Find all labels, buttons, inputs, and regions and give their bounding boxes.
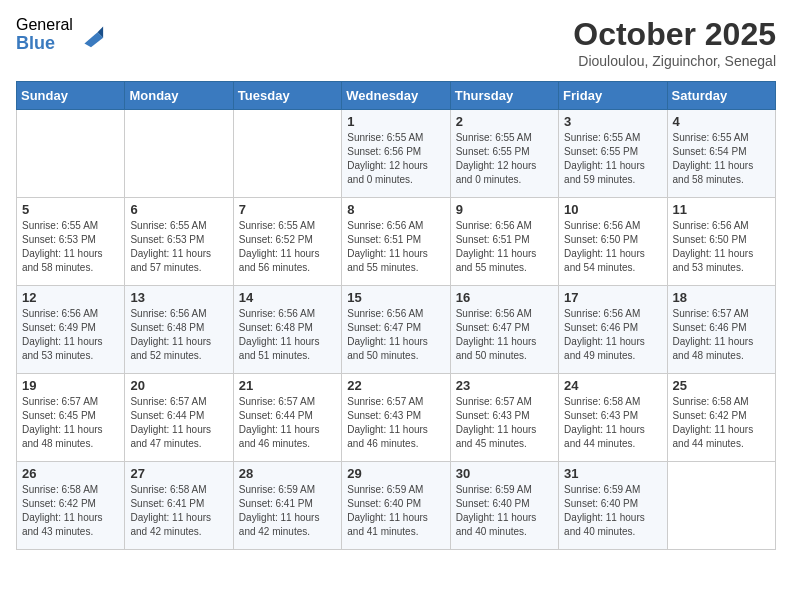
calendar-cell: 14Sunrise: 6:56 AM Sunset: 6:48 PM Dayli… [233,286,341,374]
day-number: 5 [22,202,119,217]
day-number: 10 [564,202,661,217]
day-info: Sunrise: 6:58 AM Sunset: 6:42 PM Dayligh… [22,483,119,539]
calendar-cell: 17Sunrise: 6:56 AM Sunset: 6:46 PM Dayli… [559,286,667,374]
calendar-cell: 27Sunrise: 6:58 AM Sunset: 6:41 PM Dayli… [125,462,233,550]
calendar-cell: 3Sunrise: 6:55 AM Sunset: 6:55 PM Daylig… [559,110,667,198]
logo-general: General [16,16,73,34]
day-number: 11 [673,202,770,217]
calendar-cell [125,110,233,198]
logo-blue: Blue [16,34,73,54]
day-number: 28 [239,466,336,481]
calendar-cell: 28Sunrise: 6:59 AM Sunset: 6:41 PM Dayli… [233,462,341,550]
day-number: 21 [239,378,336,393]
calendar-week-2: 5Sunrise: 6:55 AM Sunset: 6:53 PM Daylig… [17,198,776,286]
weekday-header-monday: Monday [125,82,233,110]
day-info: Sunrise: 6:59 AM Sunset: 6:41 PM Dayligh… [239,483,336,539]
weekday-header-thursday: Thursday [450,82,558,110]
day-number: 24 [564,378,661,393]
calendar-cell: 20Sunrise: 6:57 AM Sunset: 6:44 PM Dayli… [125,374,233,462]
calendar-cell: 22Sunrise: 6:57 AM Sunset: 6:43 PM Dayli… [342,374,450,462]
calendar-cell: 5Sunrise: 6:55 AM Sunset: 6:53 PM Daylig… [17,198,125,286]
day-number: 12 [22,290,119,305]
calendar-cell: 19Sunrise: 6:57 AM Sunset: 6:45 PM Dayli… [17,374,125,462]
day-number: 7 [239,202,336,217]
calendar-cell: 13Sunrise: 6:56 AM Sunset: 6:48 PM Dayli… [125,286,233,374]
month-title: October 2025 [573,16,776,53]
day-number: 17 [564,290,661,305]
day-number: 20 [130,378,227,393]
day-info: Sunrise: 6:56 AM Sunset: 6:47 PM Dayligh… [456,307,553,363]
day-number: 8 [347,202,444,217]
calendar-cell: 21Sunrise: 6:57 AM Sunset: 6:44 PM Dayli… [233,374,341,462]
page-header: General Blue October 2025 Diouloulou, Zi… [16,16,776,69]
weekday-header-friday: Friday [559,82,667,110]
calendar-cell: 7Sunrise: 6:55 AM Sunset: 6:52 PM Daylig… [233,198,341,286]
day-info: Sunrise: 6:56 AM Sunset: 6:47 PM Dayligh… [347,307,444,363]
calendar-cell [667,462,775,550]
day-info: Sunrise: 6:55 AM Sunset: 6:56 PM Dayligh… [347,131,444,187]
day-info: Sunrise: 6:59 AM Sunset: 6:40 PM Dayligh… [564,483,661,539]
day-number: 9 [456,202,553,217]
day-info: Sunrise: 6:55 AM Sunset: 6:55 PM Dayligh… [564,131,661,187]
day-info: Sunrise: 6:56 AM Sunset: 6:48 PM Dayligh… [130,307,227,363]
day-number: 1 [347,114,444,129]
calendar-cell: 29Sunrise: 6:59 AM Sunset: 6:40 PM Dayli… [342,462,450,550]
day-number: 2 [456,114,553,129]
day-info: Sunrise: 6:56 AM Sunset: 6:48 PM Dayligh… [239,307,336,363]
calendar-cell: 18Sunrise: 6:57 AM Sunset: 6:46 PM Dayli… [667,286,775,374]
calendar-week-5: 26Sunrise: 6:58 AM Sunset: 6:42 PM Dayli… [17,462,776,550]
day-number: 26 [22,466,119,481]
day-number: 4 [673,114,770,129]
calendar-cell: 11Sunrise: 6:56 AM Sunset: 6:50 PM Dayli… [667,198,775,286]
day-number: 31 [564,466,661,481]
day-info: Sunrise: 6:56 AM Sunset: 6:50 PM Dayligh… [564,219,661,275]
calendar-cell: 12Sunrise: 6:56 AM Sunset: 6:49 PM Dayli… [17,286,125,374]
day-info: Sunrise: 6:57 AM Sunset: 6:44 PM Dayligh… [130,395,227,451]
calendar-cell: 1Sunrise: 6:55 AM Sunset: 6:56 PM Daylig… [342,110,450,198]
day-info: Sunrise: 6:58 AM Sunset: 6:41 PM Dayligh… [130,483,227,539]
day-info: Sunrise: 6:56 AM Sunset: 6:46 PM Dayligh… [564,307,661,363]
day-info: Sunrise: 6:56 AM Sunset: 6:51 PM Dayligh… [456,219,553,275]
calendar-cell: 31Sunrise: 6:59 AM Sunset: 6:40 PM Dayli… [559,462,667,550]
day-info: Sunrise: 6:59 AM Sunset: 6:40 PM Dayligh… [347,483,444,539]
day-number: 18 [673,290,770,305]
calendar-cell: 23Sunrise: 6:57 AM Sunset: 6:43 PM Dayli… [450,374,558,462]
calendar-cell [233,110,341,198]
day-number: 22 [347,378,444,393]
calendar-cell: 25Sunrise: 6:58 AM Sunset: 6:42 PM Dayli… [667,374,775,462]
calendar-cell: 10Sunrise: 6:56 AM Sunset: 6:50 PM Dayli… [559,198,667,286]
weekday-header-row: SundayMondayTuesdayWednesdayThursdayFrid… [17,82,776,110]
day-number: 15 [347,290,444,305]
day-info: Sunrise: 6:58 AM Sunset: 6:43 PM Dayligh… [564,395,661,451]
day-info: Sunrise: 6:56 AM Sunset: 6:49 PM Dayligh… [22,307,119,363]
calendar-table: SundayMondayTuesdayWednesdayThursdayFrid… [16,81,776,550]
calendar-cell: 2Sunrise: 6:55 AM Sunset: 6:55 PM Daylig… [450,110,558,198]
day-info: Sunrise: 6:56 AM Sunset: 6:50 PM Dayligh… [673,219,770,275]
calendar-cell: 6Sunrise: 6:55 AM Sunset: 6:53 PM Daylig… [125,198,233,286]
day-number: 27 [130,466,227,481]
day-number: 16 [456,290,553,305]
day-info: Sunrise: 6:57 AM Sunset: 6:43 PM Dayligh… [456,395,553,451]
day-number: 25 [673,378,770,393]
calendar-cell: 9Sunrise: 6:56 AM Sunset: 6:51 PM Daylig… [450,198,558,286]
weekday-header-saturday: Saturday [667,82,775,110]
calendar-cell: 8Sunrise: 6:56 AM Sunset: 6:51 PM Daylig… [342,198,450,286]
day-info: Sunrise: 6:55 AM Sunset: 6:52 PM Dayligh… [239,219,336,275]
logo-icon [77,21,105,49]
calendar-body: 1Sunrise: 6:55 AM Sunset: 6:56 PM Daylig… [17,110,776,550]
logo: General Blue [16,16,105,53]
location: Diouloulou, Ziguinchor, Senegal [573,53,776,69]
day-number: 3 [564,114,661,129]
calendar-cell: 30Sunrise: 6:59 AM Sunset: 6:40 PM Dayli… [450,462,558,550]
title-section: October 2025 Diouloulou, Ziguinchor, Sen… [573,16,776,69]
calendar-cell: 16Sunrise: 6:56 AM Sunset: 6:47 PM Dayli… [450,286,558,374]
weekday-header-wednesday: Wednesday [342,82,450,110]
calendar-week-1: 1Sunrise: 6:55 AM Sunset: 6:56 PM Daylig… [17,110,776,198]
day-info: Sunrise: 6:57 AM Sunset: 6:43 PM Dayligh… [347,395,444,451]
day-number: 6 [130,202,227,217]
day-info: Sunrise: 6:56 AM Sunset: 6:51 PM Dayligh… [347,219,444,275]
day-info: Sunrise: 6:55 AM Sunset: 6:55 PM Dayligh… [456,131,553,187]
day-info: Sunrise: 6:55 AM Sunset: 6:53 PM Dayligh… [130,219,227,275]
day-info: Sunrise: 6:57 AM Sunset: 6:45 PM Dayligh… [22,395,119,451]
day-info: Sunrise: 6:57 AM Sunset: 6:44 PM Dayligh… [239,395,336,451]
